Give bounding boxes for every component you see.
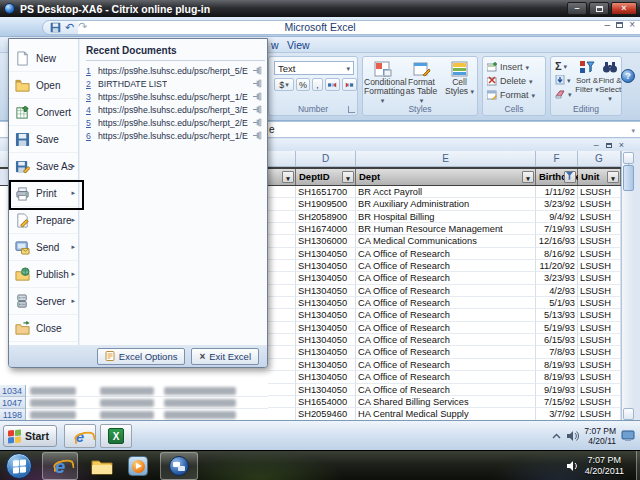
row-number[interactable]: 1047	[0, 397, 26, 409]
cell-birthdate[interactable]: 7/15/92	[536, 396, 578, 408]
cell-birthdate[interactable]: 7/8/93	[536, 346, 578, 358]
conditional-formatting-button[interactable]: Conditional Formatting ▾	[364, 60, 401, 106]
cell-deptid[interactable]: SH1304050	[296, 334, 356, 346]
pin-icon[interactable]	[253, 105, 263, 114]
cell-dept[interactable]: CA Office of Research	[356, 248, 536, 260]
pin-icon[interactable]	[253, 66, 263, 75]
filter-dropdown-icon[interactable]: ▾	[607, 171, 619, 183]
cell-blank[interactable]	[268, 248, 296, 260]
cell-dept[interactable]: CA Office of Research	[356, 297, 536, 309]
cell-blank[interactable]	[268, 186, 296, 198]
cell-unit[interactable]: LSUSH	[578, 198, 621, 210]
cell-blank[interactable]	[268, 334, 296, 346]
cell-unit[interactable]: LSUSH	[578, 346, 621, 358]
cell-blank[interactable]	[268, 384, 296, 396]
cell-blank[interactable]	[268, 396, 296, 408]
cell-blank[interactable]	[268, 371, 296, 383]
excel-close-button[interactable]: ×	[629, 19, 635, 30]
cell-birthdate[interactable]: 4/2/93	[536, 285, 578, 297]
comma-format-button[interactable]: ,	[312, 78, 323, 91]
column-header-g[interactable]: G	[578, 151, 621, 167]
autosum-button[interactable]: Σ▾	[555, 60, 577, 72]
cell-birthdate[interactable]: 3/23/93	[536, 272, 578, 284]
cell-unit[interactable]: LSUSH	[578, 211, 621, 223]
cell-blank[interactable]	[268, 272, 296, 284]
cell-birthdate[interactable]: 3/7/92	[536, 408, 578, 420]
host-taskbar-wmp-button[interactable]	[122, 452, 154, 480]
cell-blank[interactable]	[268, 322, 296, 334]
workbook-minimize-button[interactable]: –	[594, 140, 599, 150]
cell-blank[interactable]	[268, 285, 296, 297]
cell-blank[interactable]	[268, 359, 296, 371]
menu-item-open[interactable]: Open	[9, 72, 78, 99]
cell-unit[interactable]: LSUSH	[578, 334, 621, 346]
cell-dept[interactable]: BR Acct Payroll	[356, 186, 536, 198]
cell-unit[interactable]: LSUSH	[578, 408, 621, 420]
cell-deptid[interactable]: SH1306000	[296, 235, 356, 247]
menu-item-save-as[interactable]: Save As▸	[9, 153, 78, 180]
session-clock[interactable]: 7:07 PM 4/20/11	[584, 426, 616, 446]
filter-active-funnel-icon[interactable]	[564, 171, 576, 183]
scroll-up-button[interactable]: ▴	[623, 152, 634, 164]
cell-blank[interactable]	[268, 198, 296, 210]
cell-birthdate[interactable]: 8/16/92	[536, 248, 578, 260]
help-button[interactable]: ?	[621, 69, 635, 83]
cell-birthdate[interactable]: 8/19/93	[536, 371, 578, 383]
column-header-e[interactable]: E	[356, 151, 536, 167]
cell-unit[interactable]: LSUSH	[578, 359, 621, 371]
percent-format-button[interactable]: %	[296, 78, 310, 91]
cell-unit[interactable]: LSUSH	[578, 384, 621, 396]
cell-deptid[interactable]: SH1304050	[296, 272, 356, 284]
cell-birthdate[interactable]: 1/11/92	[536, 186, 578, 198]
cell-unit[interactable]: LSUSH	[578, 297, 621, 309]
citrix-restore-button[interactable]	[589, 2, 609, 15]
recent-document-item[interactable]: 6 https://ps9he.lsuhsc.edu/psc/herpt_1/E…	[86, 129, 265, 142]
cell-deptid[interactable]: SH1304050	[296, 371, 356, 383]
menu-item-server[interactable]: Server▸	[9, 288, 78, 315]
number-format-dropdown[interactable]: Text ▾	[274, 61, 354, 75]
menu-item-convert[interactable]: Convert	[9, 99, 78, 126]
recent-document-item[interactable]: 4 https://ps9he.lsuhsc.edu/psc/herpt_3/E…	[86, 103, 265, 116]
cell-birthdate[interactable]: 9/4/92	[536, 211, 578, 223]
cell-dept[interactable]: CA Office of Research	[356, 346, 536, 358]
cell-unit[interactable]: LSUSH	[578, 272, 621, 284]
column-header-f[interactable]: F	[536, 151, 578, 167]
cell-unit[interactable]: LSUSH	[578, 396, 621, 408]
vertical-scrollbar[interactable]: ▴ ▾	[621, 151, 634, 420]
recent-document-item[interactable]: 5 https://ps9he.lsuhsc.edu/psc/herpt_2/E…	[86, 116, 265, 129]
cell-dept[interactable]: CA Office of Research	[356, 334, 536, 346]
formula-bar-expand-icon[interactable]: ▾	[631, 127, 635, 134]
cell-birthdate[interactable]: 5/1/93	[536, 297, 578, 309]
cell-deptid[interactable]: SH1654000	[296, 396, 356, 408]
cell-styles-button[interactable]: Cell Styles ▾	[441, 60, 478, 106]
cell-blank[interactable]	[268, 235, 296, 247]
delete-cells-button[interactable]: Delete▾	[487, 75, 533, 87]
cell-birthdate[interactable]: 11/20/92	[536, 260, 578, 272]
cell-blank[interactable]	[268, 211, 296, 223]
scrollbar-thumb[interactable]	[623, 165, 634, 191]
host-taskbar-explorer-button[interactable]	[84, 452, 120, 480]
cell-birthdate[interactable]: 9/19/93	[536, 384, 578, 396]
cell-birthdate[interactable]: 5/13/93	[536, 309, 578, 321]
cell-dept[interactable]: CA Office of Research	[356, 272, 536, 284]
clear-button[interactable]: ▾	[555, 88, 577, 100]
tab-view[interactable]: View	[287, 39, 310, 51]
cell-deptid[interactable]: SH1909500	[296, 198, 356, 210]
recent-document-item[interactable]: 1 https://ps9he.lsuhsc.edu/psc/herpt_5/E…	[86, 64, 265, 77]
row-number[interactable]: 1198	[0, 409, 26, 420]
table-row[interactable]: 1034	[0, 385, 268, 397]
cell-birthdate[interactable]: 8/19/93	[536, 359, 578, 371]
cell-birthdate[interactable]: 6/15/93	[536, 334, 578, 346]
scroll-down-button[interactable]: ▾	[623, 408, 634, 420]
number-dialog-launcher-icon[interactable]	[348, 106, 355, 113]
cell-deptid[interactable]: SH1674000	[296, 223, 356, 235]
session-taskbar-ie-button[interactable]: e	[64, 424, 96, 448]
cell-dept[interactable]: BR Auxiliary Administration	[356, 198, 536, 210]
speaker-icon[interactable]	[566, 460, 579, 472]
cell-deptid[interactable]: SH1304050	[296, 322, 356, 334]
cell-birthdate[interactable]: 5/19/93	[536, 322, 578, 334]
filter-dropdown-icon[interactable]: ▾	[342, 171, 354, 183]
increase-decimal-button[interactable]	[325, 78, 340, 91]
excel-options-button[interactable]: Excel Options	[97, 348, 186, 365]
show-desktop-button[interactable]	[636, 451, 640, 480]
